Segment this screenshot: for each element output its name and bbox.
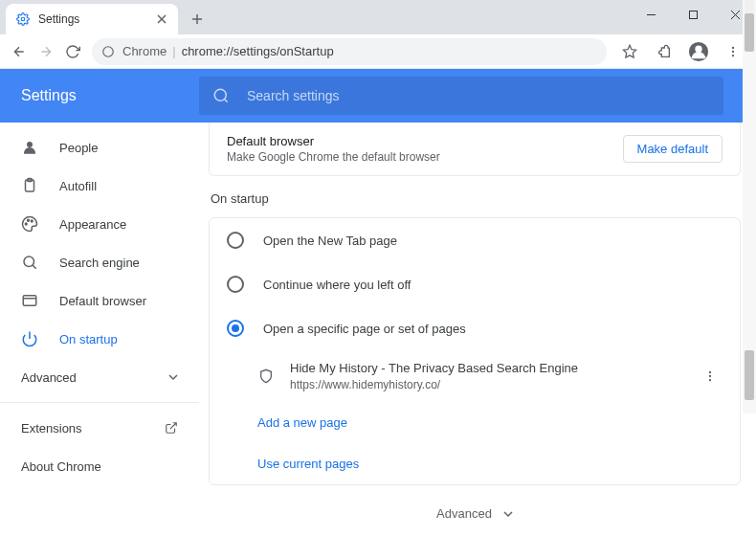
scroll-thumb[interactable] — [745, 13, 754, 52]
sidebar-item-label: Appearance — [59, 217, 126, 232]
startup-page-title: Hide My History - The Privacy Based Sear… — [290, 360, 703, 377]
default-browser-title: Default browser — [227, 134, 623, 148]
divider — [0, 402, 199, 403]
window-controls — [630, 0, 756, 29]
sidebar-item-autofill[interactable]: Autofill — [0, 167, 199, 205]
sidebar-item-default-browser[interactable]: Default browser — [0, 281, 199, 320]
extension-icon[interactable] — [651, 38, 678, 65]
sidebar: People Autofill Appearance Search engine… — [0, 123, 199, 536]
maximize-button[interactable] — [672, 0, 714, 29]
external-link-icon — [165, 421, 178, 435]
startup-page-url: https://www.hidemyhistory.co/ — [290, 377, 703, 392]
svg-point-13 — [25, 223, 27, 225]
chevron-down-icon — [168, 372, 178, 382]
sidebar-item-people[interactable]: People — [0, 128, 199, 167]
svg-point-2 — [103, 46, 114, 56]
window-titlebar: Settings — [0, 0, 756, 34]
svg-point-5 — [695, 45, 701, 52]
omnibox-url: chrome://settings/onStartup — [182, 44, 334, 58]
back-button[interactable] — [6, 38, 33, 65]
minimize-button[interactable] — [630, 0, 672, 29]
svg-point-20 — [709, 379, 711, 381]
default-browser-row: Default browser Make Google Chrome the d… — [210, 123, 740, 175]
svg-point-0 — [21, 17, 25, 21]
sidebar-item-on-startup[interactable]: On startup — [0, 320, 199, 358]
page-title: Settings — [21, 87, 199, 104]
scrollbar[interactable] — [743, 0, 756, 413]
sidebar-advanced[interactable]: Advanced — [0, 358, 199, 396]
power-icon — [21, 330, 40, 347]
svg-rect-1 — [689, 11, 697, 18]
clipboard-icon — [21, 177, 40, 194]
radio-icon — [227, 232, 244, 249]
search-icon — [212, 87, 230, 104]
svg-point-9 — [214, 89, 226, 100]
scroll-thumb[interactable] — [745, 350, 754, 400]
sidebar-item-label: On startup — [59, 332, 118, 346]
address-bar[interactable]: Chrome | chrome://settings/onStartup — [92, 38, 607, 65]
new-tab-button[interactable] — [184, 6, 211, 33]
startup-option-continue[interactable]: Continue where you left off — [210, 262, 740, 306]
sidebar-item-label: Autofill — [59, 179, 97, 193]
radio-icon — [227, 276, 244, 293]
sidebar-item-search-engine[interactable]: Search engine — [0, 243, 199, 281]
search-input[interactable] — [247, 88, 710, 103]
default-browser-sub: Make Google Chrome the default browser — [227, 150, 623, 164]
more-icon[interactable] — [703, 369, 723, 383]
add-new-page-link[interactable]: Add a new page — [210, 402, 740, 443]
browser-tab[interactable]: Settings — [6, 4, 178, 34]
sidebar-item-label: Default browser — [59, 294, 146, 308]
chevron-down-icon — [503, 509, 513, 519]
svg-point-19 — [709, 375, 711, 377]
on-startup-heading: On startup — [211, 191, 739, 206]
svg-marker-3 — [623, 45, 635, 57]
settings-content: Default browser Make Google Chrome the d… — [199, 123, 756, 536]
sidebar-about[interactable]: About Chrome — [0, 447, 199, 485]
close-icon[interactable] — [155, 12, 168, 26]
browser-toolbar: Chrome | chrome://settings/onStartup — [0, 34, 756, 69]
svg-point-14 — [28, 219, 30, 221]
sidebar-item-label: People — [59, 141, 98, 155]
svg-point-10 — [27, 142, 33, 147]
svg-point-15 — [31, 220, 33, 222]
settings-header: Settings — [0, 69, 756, 123]
sidebar-extensions[interactable]: Extensions — [0, 409, 199, 447]
browser-icon — [21, 292, 40, 309]
omnibox-chip: Chrome — [122, 44, 167, 58]
svg-point-16 — [24, 257, 34, 267]
advanced-footer[interactable]: Advanced — [209, 501, 741, 536]
svg-rect-17 — [23, 296, 36, 306]
svg-point-6 — [732, 46, 734, 48]
palette-icon — [21, 215, 40, 233]
sidebar-item-appearance[interactable]: Appearance — [0, 205, 199, 243]
startup-option-newtab[interactable]: Open the New Tab page — [210, 218, 740, 262]
sidebar-item-label: Search engine — [59, 256, 140, 270]
tab-title: Settings — [38, 12, 155, 26]
forward-button[interactable] — [33, 38, 59, 65]
search-settings[interactable] — [199, 77, 723, 115]
svg-point-7 — [732, 50, 734, 52]
use-current-pages-link[interactable]: Use current pages — [210, 443, 740, 484]
startup-page-row: Hide My History - The Privacy Based Sear… — [210, 350, 740, 402]
person-icon — [21, 139, 40, 156]
search-icon — [21, 254, 40, 271]
reload-button[interactable] — [59, 38, 86, 65]
shield-icon — [257, 368, 275, 385]
svg-point-8 — [732, 54, 734, 56]
radio-icon — [227, 320, 244, 337]
svg-point-18 — [709, 371, 711, 373]
startup-option-specific[interactable]: Open a specific page or set of pages — [210, 306, 740, 350]
star-icon[interactable] — [616, 38, 643, 65]
make-default-button[interactable]: Make default — [623, 135, 723, 163]
gear-icon — [15, 11, 31, 27]
profile-icon[interactable] — [685, 38, 712, 65]
